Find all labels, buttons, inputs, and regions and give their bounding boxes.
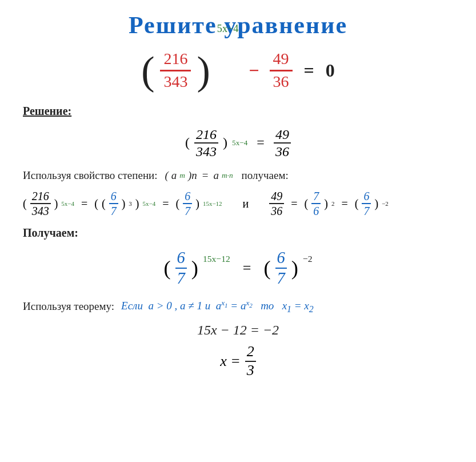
d-frac6: 6 7 — [362, 190, 371, 217]
d-rparen4: ) — [195, 197, 199, 210]
final-frac-den: 3 — [245, 362, 256, 379]
d-lparen3: ( — [102, 197, 106, 210]
bc-lparen1: ( — [163, 256, 170, 280]
property-line: Используя свойство степени: ( a m )n = a… — [23, 169, 453, 182]
final-frac-num: 2 — [245, 344, 256, 362]
s1-fraction: 216 343 — [194, 127, 218, 160]
d-lparen1: ( — [23, 197, 27, 210]
equals-zero: = — [304, 60, 314, 81]
d-eq2: = — [162, 197, 169, 210]
s1-frac2-den: 36 — [274, 144, 291, 159]
minus-sign: − — [249, 60, 259, 81]
d-exp2: 3 — [129, 200, 132, 207]
d-lparen2: ( — [94, 197, 98, 210]
d-frac4-num: 49 — [269, 190, 284, 204]
d-exp5: 2 — [331, 200, 335, 207]
d-lparen6: ( — [355, 197, 359, 210]
right-paren-main: ) — [197, 54, 210, 88]
d-rparen2: ) — [135, 197, 139, 210]
d-lparen4: ( — [176, 197, 180, 210]
and-text: и — [243, 197, 249, 210]
s1-frac2: 49 36 — [274, 127, 291, 160]
d-exp1: 5x−4 — [61, 200, 74, 207]
s1-rparen: ) — [223, 135, 227, 150]
main-equation: ( 216 343 ) 5x−4 − 49 36 = 0 — [23, 50, 453, 91]
theorem-label: Используя теорему: — [23, 300, 114, 313]
big-center-eq: ( 6 7 ) 15x−12 = ( 6 7 ) −2 — [23, 249, 453, 287]
derivation-row: ( 216 343 ) 5x−4 = ( ( 6 7 ) 3 ) 5x−4 = … — [23, 190, 453, 217]
main-frac-numerator: 216 — [160, 50, 191, 71]
d-frac2-den: 7 — [109, 204, 118, 217]
prop-m: m — [179, 171, 185, 180]
bc-exp1: 15x−12 — [203, 254, 230, 264]
s1-equals: = — [257, 135, 265, 150]
s1-frac-num: 216 — [194, 127, 218, 144]
d-frac5: 7 6 — [311, 190, 321, 217]
bc-lparen2: ( — [263, 256, 270, 280]
d-frac1-num: 216 — [30, 190, 51, 204]
second-fraction-main: 49 36 — [270, 50, 293, 91]
d-frac2-num: 6 — [109, 190, 118, 204]
d-frac1-den: 343 — [30, 204, 51, 217]
d-frac4-den: 36 — [269, 204, 284, 217]
bc-frac2-num: 6 — [275, 249, 287, 268]
bc-frac2-den: 7 — [275, 269, 287, 287]
prop-result: a — [213, 169, 219, 182]
second-frac-num-main: 49 — [270, 50, 293, 71]
poluchaem-text: получаем: — [242, 169, 289, 182]
bc-frac1-num: 6 — [175, 249, 187, 268]
main-frac-denominator: 343 — [160, 71, 191, 91]
d-exp3: 5x−4 — [143, 200, 156, 207]
d-frac3: 6 7 — [183, 190, 192, 217]
prop-close-n: )n — [188, 169, 197, 182]
d-rparen3: ) — [122, 197, 126, 210]
d-eq1: = — [81, 197, 87, 210]
property-formula-open: ( — [165, 169, 169, 182]
bc-rparen1: ) — [191, 256, 198, 280]
prop-mn: m·n — [222, 171, 233, 180]
step1-equation: ( 216 343 ) 5x−4 = 49 36 — [23, 127, 453, 160]
d-rparen6: ) — [374, 197, 378, 210]
d-frac6-den: 7 — [362, 204, 371, 217]
d-rparen1: ) — [54, 197, 58, 210]
d-frac2: 6 7 — [109, 190, 118, 217]
s1-frac2-num: 49 — [274, 127, 291, 144]
d-eq3: = — [291, 197, 297, 210]
final-fraction-equation: x = 2 3 — [23, 344, 453, 379]
d-frac5-den: 6 — [311, 204, 321, 217]
bc-frac1: 6 7 — [175, 249, 187, 287]
d-frac5-num: 7 — [311, 190, 321, 204]
bc-frac1-den: 7 — [175, 269, 187, 287]
final-frac: 2 3 — [245, 344, 256, 379]
d-frac3-den: 7 — [183, 204, 192, 217]
property-text: Используя свойство степени: — [23, 169, 158, 182]
poluchaem-label: Получаем: — [23, 226, 453, 240]
zero-value: 0 — [326, 60, 335, 81]
final-x: x = — [220, 353, 241, 370]
d-rparen5: ) — [324, 197, 328, 210]
theorem-text: Если a > 0 , a ≠ 1 и ax1 = ax2 то x1 = x… — [121, 298, 314, 314]
d-frac3-num: 6 — [183, 190, 192, 204]
d-exp4: 15x−12 — [203, 200, 222, 207]
bc-exp2: −2 — [303, 254, 313, 264]
left-paren-main: ( — [141, 54, 154, 88]
d-frac6-num: 6 — [362, 190, 371, 204]
s1-lparen: ( — [185, 135, 190, 150]
s1-frac-den: 343 — [194, 144, 218, 159]
d-eq4: = — [341, 197, 347, 210]
d-frac4: 49 36 — [269, 190, 284, 217]
main-exponent: 5x−4 — [217, 23, 239, 35]
bc-frac2: 6 7 — [275, 249, 287, 287]
theorem-line: Используя теорему: Если a > 0 , a ≠ 1 и … — [23, 298, 453, 314]
prop-a: a — [171, 169, 177, 182]
d-exp6: −2 — [382, 200, 389, 207]
d-lparen5: ( — [305, 197, 309, 210]
d-frac1: 216 343 — [30, 190, 51, 217]
final-equation-1: 15x − 12 = −2 — [23, 322, 453, 338]
main-fraction: 216 343 — [160, 50, 191, 91]
solution-label: Решение: — [23, 105, 453, 118]
second-frac-den-main: 36 — [270, 71, 293, 91]
s1-exponent: 5x−4 — [232, 138, 247, 148]
prop-eq: = — [202, 169, 209, 182]
bc-equals: = — [243, 260, 251, 277]
